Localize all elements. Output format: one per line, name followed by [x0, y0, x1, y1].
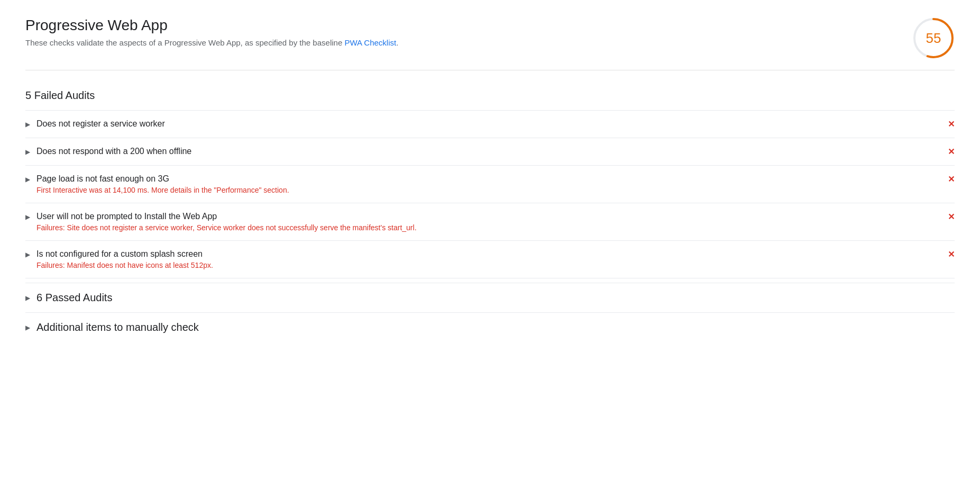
fail-icon: ✕ — [948, 119, 955, 129]
pwa-checklist-link[interactable]: PWA Checklist — [344, 38, 396, 47]
audit-item-offline[interactable]: ▶ Does not respond with a 200 when offli… — [25, 138, 955, 165]
audit-item-service-worker[interactable]: ▶ Does not register a service worker ✕ — [25, 110, 955, 138]
page-header: Progressive Web App These checks validat… — [25, 17, 955, 59]
audit-detail: Failures: Manifest does not have icons a… — [36, 261, 939, 269]
audit-detail: Failures: Site does not register a servi… — [36, 223, 939, 232]
audit-title: Does not respond with a 200 when offline — [36, 147, 939, 156]
chevron-right-icon: ▶ — [25, 213, 30, 221]
manual-checks-section[interactable]: ▶ Additional items to manually check — [25, 312, 955, 342]
audit-content: Page load is not fast enough on 3G First… — [36, 174, 939, 194]
fail-icon: ✕ — [948, 249, 955, 259]
description-end: . — [396, 38, 398, 47]
audit-content: Does not respond with a 200 when offline — [36, 147, 939, 156]
manual-checks-title: Additional items to manually check — [36, 321, 199, 333]
header-divider — [25, 70, 955, 70]
chevron-right-icon: ▶ — [25, 251, 30, 258]
audit-item-left: ▶ Is not configured for a custom splash … — [25, 249, 939, 269]
audit-item-left: ▶ Does not register a service worker — [25, 119, 939, 129]
audit-title: Page load is not fast enough on 3G — [36, 174, 939, 184]
header-left: Progressive Web App These checks validat… — [25, 17, 398, 47]
audit-content: Is not configured for a custom splash sc… — [36, 249, 939, 269]
page-wrapper: Progressive Web App These checks validat… — [0, 0, 980, 359]
score-circle: 55 — [912, 17, 955, 59]
audit-item-install-prompt[interactable]: ▶ User will not be prompted to Install t… — [25, 203, 955, 240]
failed-audits-title: 5 Failed Audits — [25, 81, 955, 110]
chevron-right-icon: ▶ — [25, 121, 30, 128]
chevron-right-icon: ▶ — [25, 294, 30, 302]
page-description: These checks validate the aspects of a P… — [25, 38, 398, 47]
fail-icon: ✕ — [948, 212, 955, 222]
description-text: These checks validate the aspects of a P… — [25, 38, 344, 47]
fail-icon: ✕ — [948, 147, 955, 157]
chevron-right-icon: ▶ — [25, 324, 30, 331]
chevron-right-icon: ▶ — [25, 176, 30, 183]
fail-icon: ✕ — [948, 174, 955, 184]
audit-content: User will not be prompted to Install the… — [36, 212, 939, 232]
audit-item-left: ▶ Page load is not fast enough on 3G Fir… — [25, 174, 939, 194]
passed-audits-title: 6 Passed Audits — [36, 292, 112, 304]
audit-item-left: ▶ Does not respond with a 200 when offli… — [25, 147, 939, 156]
audit-item-left: ▶ User will not be prompted to Install t… — [25, 212, 939, 232]
audit-title: User will not be prompted to Install the… — [36, 212, 939, 221]
audit-item-3g[interactable]: ▶ Page load is not fast enough on 3G Fir… — [25, 165, 955, 203]
page-title: Progressive Web App — [25, 17, 398, 34]
score-value: 55 — [926, 30, 941, 47]
failed-audits-section: 5 Failed Audits ▶ Does not register a se… — [25, 81, 955, 278]
chevron-right-icon: ▶ — [25, 148, 30, 156]
audit-detail: First Interactive was at 14,100 ms. More… — [36, 186, 939, 194]
audit-content: Does not register a service worker — [36, 119, 939, 129]
passed-audits-section[interactable]: ▶ 6 Passed Audits — [25, 283, 955, 312]
audit-title: Is not configured for a custom splash sc… — [36, 249, 939, 259]
audit-title: Does not register a service worker — [36, 119, 939, 129]
audit-item-splash-screen[interactable]: ▶ Is not configured for a custom splash … — [25, 240, 955, 278]
